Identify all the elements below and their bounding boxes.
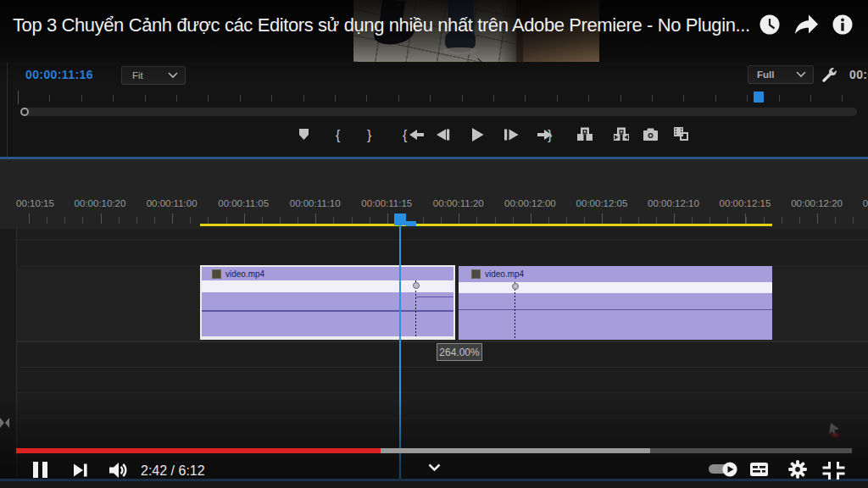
svg-text:{: {: [336, 128, 341, 142]
svg-text:}: }: [367, 128, 372, 142]
svg-text:}: }: [548, 128, 553, 142]
svg-text:{: {: [403, 128, 408, 142]
